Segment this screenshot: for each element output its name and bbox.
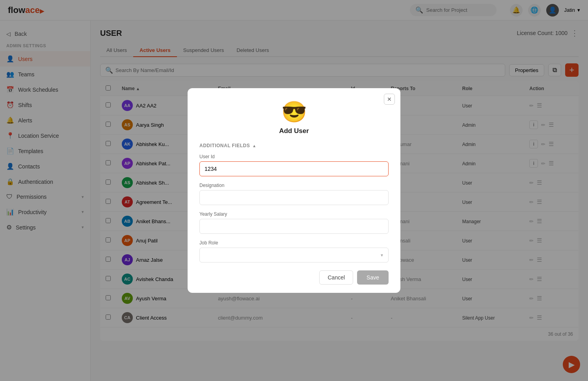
designation-label: Designation <box>199 183 389 188</box>
yearly-salary-field: Yearly Salary <box>199 211 389 234</box>
modal-emoji-icon: 😎 <box>199 100 389 124</box>
yearly-salary-label: Yearly Salary <box>199 211 389 217</box>
modal-overlay: ✕ 😎 Add User ADDITIONAL FIELDS ▲ User Id… <box>0 0 588 381</box>
modal-close-button[interactable]: ✕ <box>384 94 395 105</box>
user-id-input[interactable] <box>199 161 389 176</box>
job-role-label: Job Role <box>199 240 389 246</box>
designation-input[interactable] <box>199 190 389 205</box>
modal-title: Add User <box>199 127 389 135</box>
job-role-field: Job Role <box>199 240 389 263</box>
save-button[interactable]: Save <box>357 270 389 285</box>
modal-footer: Cancel Save <box>199 270 389 285</box>
designation-field: Designation <box>199 183 389 205</box>
cancel-button[interactable]: Cancel <box>319 270 353 285</box>
user-id-label: User Id <box>199 154 389 159</box>
additional-fields-label: ADDITIONAL FIELDS ▲ <box>199 143 389 148</box>
add-user-modal: ✕ 😎 Add User ADDITIONAL FIELDS ▲ User Id… <box>188 88 400 293</box>
yearly-salary-input[interactable] <box>199 219 389 234</box>
user-id-field: User Id <box>199 154 389 176</box>
chevron-up-icon: ▲ <box>252 144 256 148</box>
job-role-select[interactable] <box>199 248 389 263</box>
